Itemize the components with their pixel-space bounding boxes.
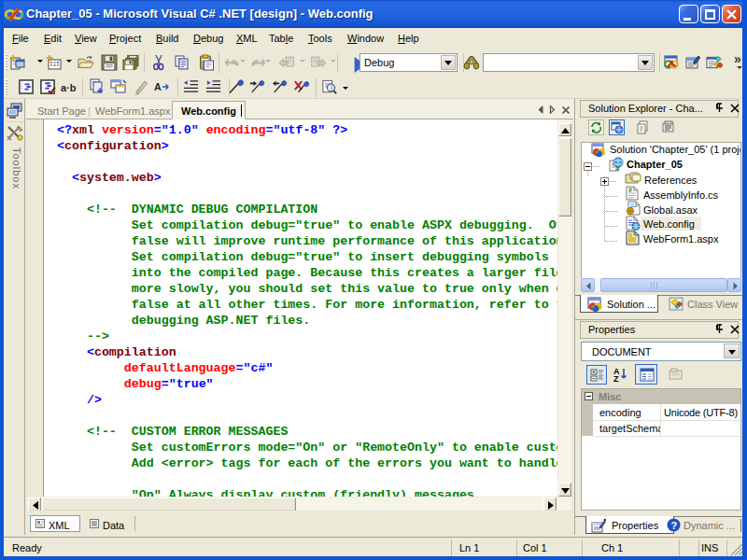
svg-text:Z: Z <box>613 374 619 382</box>
svg-text:?: ? <box>671 520 678 531</box>
svg-text:A: A <box>154 81 162 92</box>
svg-text:#: # <box>628 187 632 193</box>
svg-text:#: # <box>615 164 620 172</box>
